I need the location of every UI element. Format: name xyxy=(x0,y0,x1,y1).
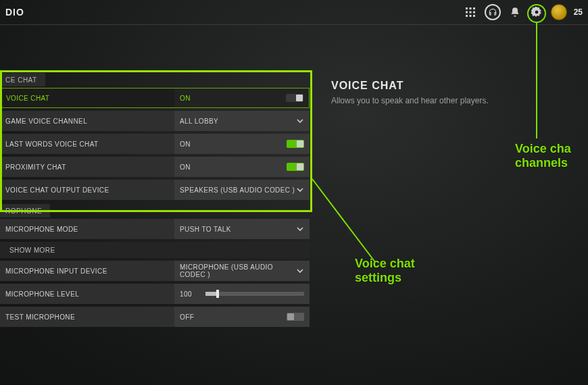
value-text-voice-chat: ON xyxy=(180,95,191,102)
label-microphone-level: MICROPHONE LEVEL xyxy=(0,284,174,304)
value-microphone-level[interactable]: 100 xyxy=(174,284,310,304)
label-game-voice-channel: GAME VOICE CHANNEL xyxy=(0,111,174,131)
svg-rect-5 xyxy=(473,11,475,14)
topbar-right: 25 xyxy=(463,4,583,20)
row-microphone-mode[interactable]: MICROPHONE MODE PUSH TO TALK xyxy=(0,219,310,239)
svg-rect-6 xyxy=(466,15,468,17)
row-voice-chat[interactable]: VOICE CHAT ON xyxy=(0,88,310,108)
slider-microphone-level[interactable] xyxy=(205,292,304,296)
row-output-device[interactable]: VOICE CHAT OUTPUT DEVICE SPEAKERS (USB A… xyxy=(0,180,310,200)
svg-rect-4 xyxy=(469,11,471,14)
value-mic-input-device[interactable]: MICROPHONE (USB AUDIO CODEC ) xyxy=(174,261,310,281)
headset-icon[interactable] xyxy=(485,4,501,20)
label-voice-chat: VOICE CHAT xyxy=(0,88,174,108)
topbar: DIO 25 xyxy=(0,0,588,24)
value-text-mic-input-device: MICROPHONE (USB AUDIO CODEC ) xyxy=(180,263,296,278)
svg-line-9 xyxy=(312,179,375,262)
row-microphone-level[interactable]: MICROPHONE LEVEL 100 xyxy=(0,284,310,304)
value-text-microphone-mode: PUSH TO TALK xyxy=(180,226,231,233)
row-test-microphone[interactable]: TEST MICROPHONE OFF xyxy=(0,307,310,327)
value-microphone-mode[interactable]: PUSH TO TALK xyxy=(174,219,310,239)
chevron-down-icon xyxy=(296,117,304,125)
show-more-label: SHOW MORE xyxy=(9,247,55,254)
topbar-separator xyxy=(0,24,588,25)
toggle-last-words[interactable] xyxy=(287,140,304,148)
row-mic-input-device[interactable]: MICROPHONE INPUT DEVICE MICROPHONE (USB … xyxy=(0,261,310,281)
value-text-microphone-level: 100 xyxy=(180,290,200,298)
svg-rect-0 xyxy=(466,7,468,9)
chevron-down-icon xyxy=(296,225,304,233)
toggle-proximity-chat[interactable] xyxy=(287,163,304,171)
points-value: 25 xyxy=(574,7,583,17)
label-output-device: VOICE CHAT OUTPUT DEVICE xyxy=(0,180,174,200)
page-title: DIO xyxy=(5,7,24,18)
label-proximity-chat: PROXIMITY CHAT xyxy=(0,157,174,177)
value-text-game-voice-channel: ALL LOBBY xyxy=(180,118,218,125)
value-text-proximity-chat: ON xyxy=(180,163,191,171)
value-game-voice-channel[interactable]: ALL LOBBY xyxy=(174,111,310,131)
value-test-microphone[interactable]: OFF xyxy=(174,307,310,327)
svg-rect-2 xyxy=(473,7,475,9)
gear-icon[interactable] xyxy=(529,5,544,20)
value-voice-chat[interactable]: ON xyxy=(174,88,310,108)
label-test-microphone: TEST MICROPHONE xyxy=(0,307,174,327)
info-description: Allows you to speak and hear other playe… xyxy=(331,96,574,105)
show-more-button[interactable]: SHOW MORE xyxy=(0,242,310,258)
value-last-words[interactable]: ON xyxy=(174,134,310,154)
chevron-down-icon xyxy=(296,267,304,275)
section-header-microphone: ROPHONE xyxy=(0,204,50,217)
settings-panel: CE CHAT VOICE CHAT ON GAME VOICE CHANNEL… xyxy=(0,73,310,330)
value-text-test-microphone: OFF xyxy=(180,313,194,321)
row-last-words[interactable]: LAST WORDS VOICE CHAT ON xyxy=(0,134,310,154)
section-header-voice-chat: CE CHAT xyxy=(0,73,45,86)
value-proximity-chat[interactable]: ON xyxy=(174,157,310,177)
chevron-down-icon xyxy=(296,186,304,194)
annotation-settings-label: Voice chatsettings xyxy=(355,257,415,284)
svg-rect-3 xyxy=(466,11,468,14)
apps-grid-icon[interactable] xyxy=(463,5,478,20)
label-microphone-mode: MICROPHONE MODE xyxy=(0,219,174,239)
label-mic-input-device: MICROPHONE INPUT DEVICE xyxy=(0,261,174,281)
avatar-icon[interactable] xyxy=(551,4,567,20)
value-output-device[interactable]: SPEAKERS (USB AUDIO CODEC ) xyxy=(174,180,310,200)
svg-rect-1 xyxy=(469,7,471,9)
annotation-channels-label: Voice chachannels xyxy=(515,142,571,170)
toggle-voice-chat[interactable] xyxy=(286,94,303,102)
toggle-test-microphone[interactable] xyxy=(287,313,304,321)
bell-icon[interactable] xyxy=(508,5,522,20)
row-game-voice-channel[interactable]: GAME VOICE CHANNEL ALL LOBBY xyxy=(0,111,310,131)
info-panel: VOICE CHAT Allows you to speak and hear … xyxy=(331,80,574,105)
value-text-output-device: SPEAKERS (USB AUDIO CODEC ) xyxy=(180,186,295,194)
row-proximity-chat[interactable]: PROXIMITY CHAT ON xyxy=(0,157,310,177)
svg-rect-8 xyxy=(473,15,475,17)
label-last-words: LAST WORDS VOICE CHAT xyxy=(0,134,174,154)
value-text-last-words: ON xyxy=(180,140,191,148)
info-title: VOICE CHAT xyxy=(331,80,574,92)
svg-rect-7 xyxy=(469,15,471,17)
